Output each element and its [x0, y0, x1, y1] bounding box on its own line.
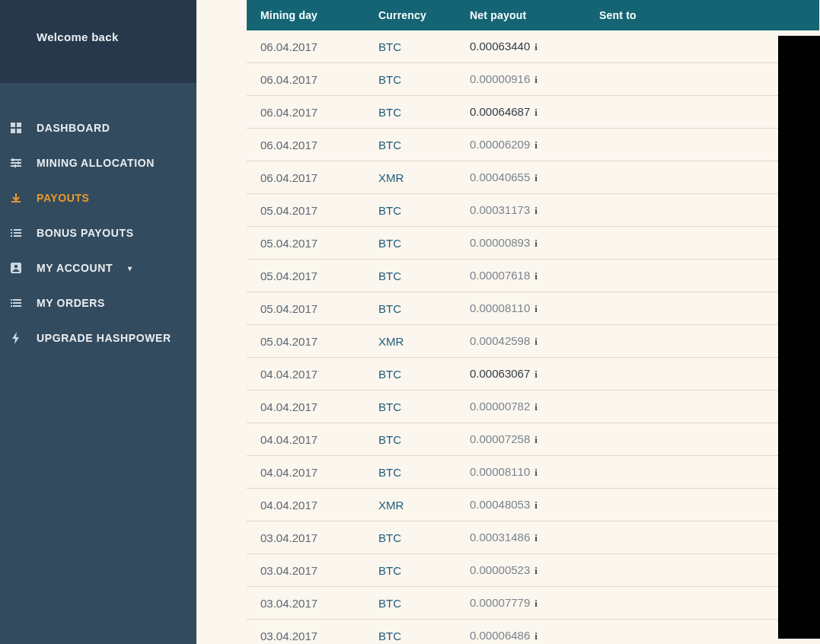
sidebar-item-label: BONUS PAYOUTS: [37, 227, 134, 239]
svg-rect-7: [12, 158, 14, 161]
header-net-payout[interactable]: Net payout: [456, 0, 585, 30]
cell-currency[interactable]: XMR: [365, 489, 456, 521]
cell-currency[interactable]: BTC: [365, 129, 456, 161]
cell-currency[interactable]: BTC: [365, 292, 456, 325]
sidebar-item-bonus-payouts[interactable]: BONUS PAYOUTS: [0, 215, 196, 250]
cell-currency[interactable]: BTC: [365, 260, 456, 292]
cell-mining-day: 05.04.2017: [247, 260, 365, 292]
net-payout-value: 0.00006486: [470, 629, 530, 642]
svg-rect-11: [14, 229, 21, 231]
cell-currency[interactable]: BTC: [365, 63, 456, 96]
sidebar-item-payouts[interactable]: PAYOUTS: [0, 180, 196, 215]
cell-mining-day: 03.04.2017: [247, 620, 365, 645]
cell-net-payout: 0.00007618i: [456, 260, 585, 292]
table-row: 04.04.2017XMR0.00048053i: [247, 489, 819, 521]
cell-net-payout: 0.00063440i: [456, 30, 585, 63]
net-payout-value: 0.00007618: [470, 269, 530, 282]
cell-net-payout: 0.00064687i: [456, 96, 585, 129]
sidebar-item-my-orders[interactable]: MY ORDERS: [0, 285, 196, 320]
info-icon[interactable]: i: [534, 598, 538, 610]
svg-rect-12: [11, 232, 12, 234]
info-icon[interactable]: i: [534, 107, 538, 119]
cell-currency[interactable]: XMR: [365, 161, 456, 194]
info-icon[interactable]: i: [534, 303, 538, 315]
cell-mining-day: 04.04.2017: [247, 456, 365, 489]
header-mining-day[interactable]: Mining day: [247, 0, 365, 30]
cell-currency[interactable]: BTC: [365, 30, 456, 63]
info-icon[interactable]: i: [534, 41, 538, 53]
cell-net-payout: 0.00031173i: [456, 194, 585, 227]
cell-mining-day: 03.04.2017: [247, 521, 365, 554]
sidebar-item-my-account[interactable]: MY ACCOUNT▾: [0, 250, 196, 285]
cell-net-payout: 0.00063067i: [456, 358, 585, 391]
info-icon[interactable]: i: [534, 467, 538, 479]
cell-currency[interactable]: BTC: [365, 456, 456, 489]
cell-currency[interactable]: BTC: [365, 587, 456, 620]
cell-currency[interactable]: BTC: [365, 521, 456, 554]
cell-net-payout: 0.00000782i: [456, 391, 585, 423]
svg-rect-5: [11, 162, 21, 164]
cell-mining-day: 06.04.2017: [247, 96, 365, 129]
net-payout-value: 0.00006209: [470, 138, 530, 151]
info-icon[interactable]: i: [534, 336, 538, 348]
app-root: Welcome back DASHBOARDMINING ALLOCATIONP…: [0, 0, 820, 644]
sidebar-nav: DASHBOARDMINING ALLOCATIONPAYOUTSBONUS P…: [0, 83, 196, 355]
cell-currency[interactable]: BTC: [365, 391, 456, 423]
cell-mining-day: 04.04.2017: [247, 423, 365, 456]
sidebar-item-dashboard[interactable]: DASHBOARD: [0, 110, 196, 145]
info-icon[interactable]: i: [534, 401, 538, 413]
cell-mining-day: 06.04.2017: [247, 30, 365, 63]
cell-currency[interactable]: BTC: [365, 227, 456, 260]
cell-net-payout: 0.00007258i: [456, 423, 585, 456]
table-row: 06.04.2017XMR0.00040655i: [247, 161, 819, 194]
cell-currency[interactable]: BTC: [365, 423, 456, 456]
header-currency[interactable]: Currency: [365, 0, 456, 30]
cell-currency[interactable]: BTC: [365, 358, 456, 391]
cell-currency[interactable]: BTC: [365, 620, 456, 645]
sidebar: Welcome back DASHBOARDMINING ALLOCATIONP…: [0, 0, 196, 644]
cell-net-payout: 0.00006209i: [456, 129, 585, 161]
info-icon[interactable]: i: [534, 238, 538, 250]
cell-currency[interactable]: XMR: [365, 325, 456, 358]
svg-rect-8: [18, 161, 19, 164]
user-icon: [9, 261, 23, 275]
main-content: Mining day Currency Net payout Sent to 0…: [196, 0, 820, 644]
info-icon[interactable]: i: [534, 139, 538, 151]
info-icon[interactable]: i: [534, 270, 538, 282]
lines-icon: [9, 296, 23, 310]
svg-rect-15: [14, 235, 21, 237]
table-body: 06.04.2017BTC0.00063440i06.04.2017BTC0.0…: [247, 30, 819, 644]
cell-mining-day: 05.04.2017: [247, 194, 365, 227]
net-payout-value: 0.00031486: [470, 531, 530, 544]
net-payout-value: 0.00063440: [470, 40, 530, 53]
sidebar-item-upgrade-hashpower[interactable]: UPGRADE HASHPOWER: [0, 320, 196, 355]
info-icon[interactable]: i: [534, 499, 538, 512]
cell-mining-day: 05.04.2017: [247, 227, 365, 260]
svg-rect-19: [13, 299, 21, 301]
info-icon[interactable]: i: [534, 565, 538, 577]
content-wrap: Mining day Currency Net payout Sent to 0…: [196, 0, 820, 644]
svg-rect-9: [14, 164, 16, 167]
cell-mining-day: 06.04.2017: [247, 63, 365, 96]
info-icon[interactable]: i: [534, 434, 538, 446]
info-icon[interactable]: i: [534, 368, 538, 381]
info-icon[interactable]: i: [534, 172, 538, 184]
header-sent-to[interactable]: Sent to: [585, 0, 819, 30]
table-row: 03.04.2017BTC0.00000523i: [247, 554, 819, 587]
info-icon[interactable]: i: [534, 205, 538, 217]
cell-currency[interactable]: BTC: [365, 554, 456, 587]
table-row: 06.04.2017BTC0.00064687i: [247, 96, 819, 129]
info-icon[interactable]: i: [534, 630, 538, 642]
cell-currency[interactable]: BTC: [365, 194, 456, 227]
cell-net-payout: 0.00031486i: [456, 521, 585, 554]
cell-net-payout: 0.00000893i: [456, 227, 585, 260]
net-payout-value: 0.00063067: [470, 367, 530, 380]
svg-rect-13: [14, 232, 21, 234]
sidebar-item-mining-allocation[interactable]: MINING ALLOCATION: [0, 145, 196, 180]
chevron-down-icon: ▾: [128, 264, 132, 273]
svg-rect-0: [11, 123, 15, 127]
cell-currency[interactable]: BTC: [365, 96, 456, 129]
info-icon[interactable]: i: [534, 532, 538, 544]
dashboard-icon: [9, 121, 23, 135]
info-icon[interactable]: i: [534, 74, 538, 86]
